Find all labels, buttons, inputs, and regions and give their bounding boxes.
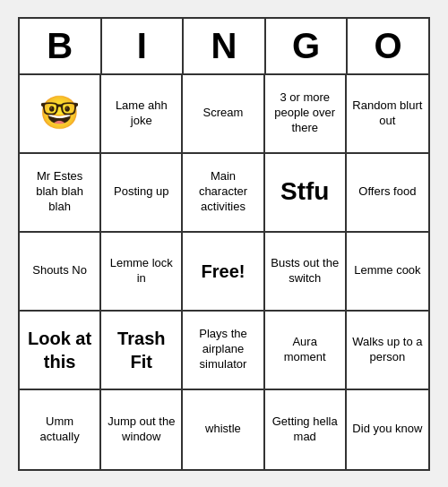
bingo-cell-14[interactable]: Lemme cook [347, 233, 428, 312]
bingo-cell-21[interactable]: Jump out the window [101, 390, 183, 469]
bingo-cell-12[interactable]: Free! [183, 233, 264, 312]
bingo-cell-13[interactable]: Busts out the switch [265, 233, 347, 312]
bingo-letter-n: N [184, 19, 266, 73]
bingo-cell-6[interactable]: Posting up [101, 154, 183, 233]
bingo-cell-16[interactable]: Trash Fit [101, 312, 183, 390]
bingo-cell-18[interactable]: Aura moment [265, 312, 347, 390]
bingo-cell-4[interactable]: Random blurt out [347, 75, 428, 154]
bingo-cell-11[interactable]: Lemme lock in [101, 233, 183, 312]
bingo-letter-i: I [102, 19, 185, 73]
bingo-cell-19[interactable]: Walks up to a person [347, 312, 428, 390]
bingo-cell-10[interactable]: Shouts No [20, 233, 101, 312]
bingo-cell-20[interactable]: Umm actually [20, 390, 101, 469]
bingo-cell-15[interactable]: Look at this [20, 312, 101, 390]
bingo-cell-22[interactable]: whistle [183, 390, 264, 469]
bingo-cell-17[interactable]: Plays the airplane simulator [183, 312, 264, 390]
bingo-letter-b: B [20, 19, 102, 73]
bingo-grid: 🤓Lame ahh jokeScream3 or more people ove… [20, 75, 428, 469]
bingo-letter-o: O [348, 19, 428, 73]
bingo-cell-1[interactable]: Lame ahh joke [101, 75, 183, 154]
bingo-cell-23[interactable]: Getting hella mad [265, 390, 347, 469]
bingo-cell-5[interactable]: Mr Estes blah blah blah [20, 154, 101, 233]
bingo-letter-g: G [266, 19, 349, 73]
bingo-cell-24[interactable]: Did you know [347, 390, 428, 469]
bingo-header: BINGO [20, 19, 428, 75]
bingo-cell-0[interactable]: 🤓 [20, 75, 101, 154]
bingo-card: BINGO 🤓Lame ahh jokeScream3 or more peop… [18, 17, 430, 471]
bingo-cell-9[interactable]: Offers food [347, 154, 428, 233]
bingo-cell-3[interactable]: 3 or more people over there [265, 75, 347, 154]
bingo-cell-2[interactable]: Scream [183, 75, 264, 154]
bingo-cell-7[interactable]: Main character activities [183, 154, 264, 233]
bingo-cell-8[interactable]: Stfu [265, 154, 347, 233]
